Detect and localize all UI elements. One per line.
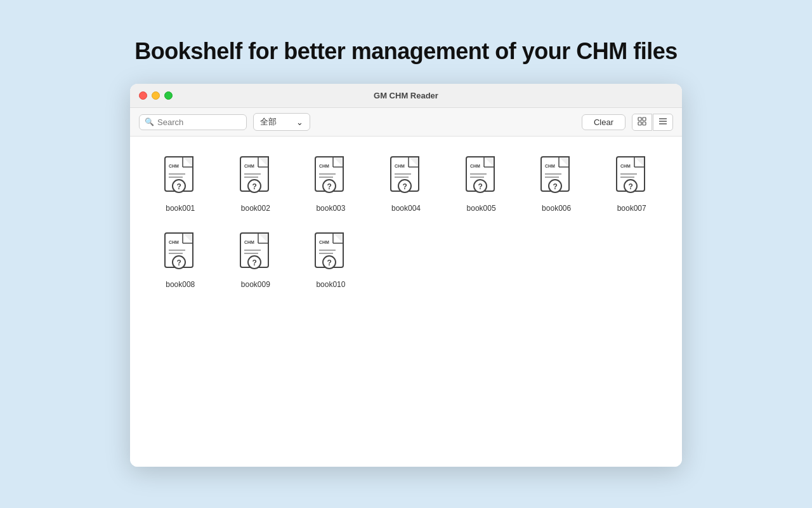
book-item-book005[interactable]: CHM ? book005 xyxy=(443,149,519,213)
svg-text:?: ? xyxy=(327,182,332,191)
svg-text:CHM: CHM xyxy=(244,240,254,244)
grid-view-button[interactable] xyxy=(632,114,652,131)
book-icon: CHM ? xyxy=(305,149,356,200)
category-value: 全部 xyxy=(260,116,277,128)
svg-text:CHM: CHM xyxy=(470,164,480,168)
svg-text:?: ? xyxy=(252,258,256,267)
svg-text:?: ? xyxy=(327,258,332,267)
content-area: CHM ? book001 CHM ? book002 xyxy=(130,137,682,467)
svg-text:?: ? xyxy=(402,182,407,191)
svg-text:CHM: CHM xyxy=(545,164,555,168)
svg-text:CHM: CHM xyxy=(319,164,329,168)
svg-text:?: ? xyxy=(628,182,632,191)
book-icon: CHM ? xyxy=(230,149,281,200)
svg-text:CHM: CHM xyxy=(395,164,405,168)
svg-text:CHM: CHM xyxy=(319,240,329,244)
maximize-button[interactable] xyxy=(164,91,173,100)
book-item-book003[interactable]: CHM ? book003 xyxy=(293,149,369,213)
search-box[interactable]: 🔍 xyxy=(139,114,247,130)
book-item-book001[interactable]: CHM ? book001 xyxy=(143,149,218,213)
grid-icon xyxy=(638,117,646,126)
category-dropdown[interactable]: 全部 ⌄ xyxy=(253,113,310,131)
book-label: book004 xyxy=(391,204,421,213)
book-label: book002 xyxy=(241,204,270,213)
book-item-book002[interactable]: CHM ? book002 xyxy=(218,149,294,213)
view-toggle xyxy=(632,114,673,131)
svg-text:CHM: CHM xyxy=(244,164,254,168)
search-input[interactable] xyxy=(157,117,241,127)
svg-rect-1 xyxy=(643,117,646,121)
book-icon: CHM ? xyxy=(456,149,507,200)
svg-rect-3 xyxy=(643,122,646,125)
minimize-button[interactable] xyxy=(152,91,160,100)
book-icon: CHM ? xyxy=(230,225,281,276)
book-label: book008 xyxy=(166,280,195,289)
chevron-icon: ⌄ xyxy=(296,117,303,127)
book-icon: CHM ? xyxy=(155,225,206,276)
svg-text:?: ? xyxy=(478,182,482,191)
svg-text:CHM: CHM xyxy=(620,164,631,168)
books-grid: CHM ? book001 CHM ? book002 xyxy=(143,149,669,289)
book-label: book005 xyxy=(467,204,496,213)
svg-text:?: ? xyxy=(553,182,558,191)
book-item-book009[interactable]: CHM ? book009 xyxy=(218,225,294,289)
svg-rect-2 xyxy=(638,122,641,125)
list-view-button[interactable] xyxy=(653,114,673,131)
book-label: book007 xyxy=(617,204,646,213)
book-label: book006 xyxy=(542,204,571,213)
app-window: GM CHM Reader 🔍 全部 ⌄ Clear xyxy=(130,84,682,467)
titlebar: GM CHM Reader xyxy=(130,84,682,108)
book-label: book009 xyxy=(241,280,270,289)
book-item-book008[interactable]: CHM ? book008 xyxy=(143,225,218,289)
close-button[interactable] xyxy=(139,91,147,100)
svg-rect-0 xyxy=(638,117,641,121)
svg-text:?: ? xyxy=(177,258,181,267)
toolbar: 🔍 全部 ⌄ Clear xyxy=(130,108,682,137)
svg-text:CHM: CHM xyxy=(169,164,179,168)
clear-button[interactable]: Clear xyxy=(582,114,625,130)
search-icon: 🔍 xyxy=(145,117,154,126)
book-label: book010 xyxy=(316,280,345,289)
book-icon: CHM ? xyxy=(531,149,582,200)
book-item-book006[interactable]: CHM ? book006 xyxy=(519,149,594,213)
book-item-book007[interactable]: CHM ? book007 xyxy=(594,149,669,213)
book-item-book004[interactable]: CHM ? book004 xyxy=(369,149,444,213)
svg-text:?: ? xyxy=(252,182,256,191)
book-icon: CHM ? xyxy=(305,225,356,276)
book-icon: CHM ? xyxy=(155,149,206,200)
svg-text:?: ? xyxy=(177,182,181,191)
book-label: book001 xyxy=(166,204,195,213)
book-icon: CHM ? xyxy=(381,149,431,200)
book-label: book003 xyxy=(316,204,345,213)
page-title: Bookshelf for better management of your … xyxy=(134,38,678,65)
book-item-book010[interactable]: CHM ? book010 xyxy=(293,225,369,289)
traffic-lights xyxy=(139,91,173,100)
book-icon: CHM ? xyxy=(606,149,657,200)
svg-text:CHM: CHM xyxy=(169,240,179,244)
window-title: GM CHM Reader xyxy=(374,91,438,100)
list-icon xyxy=(658,117,667,126)
